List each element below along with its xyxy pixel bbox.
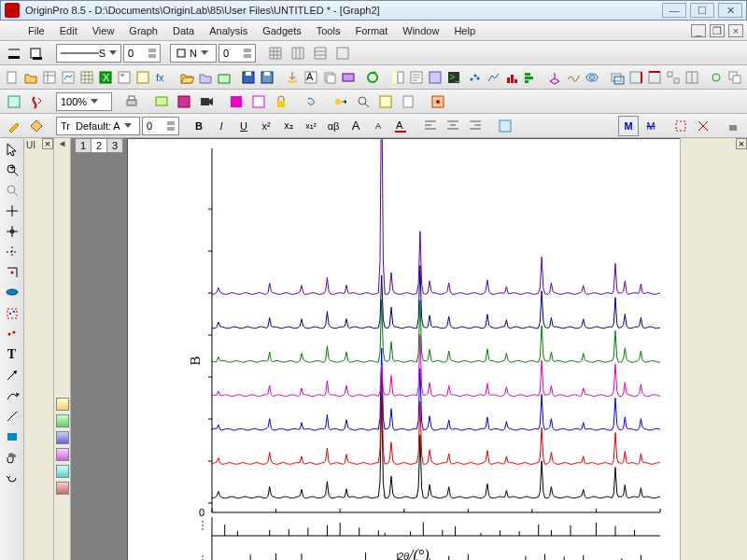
draw-data-tool[interactable] xyxy=(2,284,22,302)
superscript-button[interactable]: x² xyxy=(256,116,276,136)
right-panel-close-icon[interactable]: × xyxy=(736,138,747,149)
align-right-button[interactable] xyxy=(465,116,486,136)
underline-button[interactable]: U xyxy=(233,116,254,136)
line-width-stepper[interactable]: 0 xyxy=(123,44,161,63)
add-right-y-button[interactable] xyxy=(627,67,644,88)
duplicate-button[interactable] xyxy=(726,67,743,88)
close-button[interactable]: ✕ xyxy=(718,3,742,18)
code-builder-button[interactable] xyxy=(427,67,444,88)
mask-mode-button[interactable]: M xyxy=(618,116,639,136)
explorer-button[interactable] xyxy=(389,67,406,88)
new-workbook-button[interactable] xyxy=(41,67,58,88)
layer-tab-1[interactable]: 1 xyxy=(75,138,92,153)
menu-view[interactable]: View xyxy=(85,23,122,38)
maximize-button[interactable]: ☐ xyxy=(690,3,714,18)
open-template-button[interactable] xyxy=(197,67,214,88)
panel-close-icon[interactable]: × xyxy=(42,138,53,149)
import-ascii-button[interactable]: A xyxy=(303,67,319,88)
menu-analysis[interactable]: Analysis xyxy=(202,23,255,38)
rescale-tool[interactable] xyxy=(2,202,22,220)
region-tool[interactable] xyxy=(2,304,22,323)
transfer-button[interactable] xyxy=(331,91,351,112)
refresh-button[interactable] xyxy=(708,67,725,88)
menu-file[interactable]: File xyxy=(21,23,52,38)
palette-3[interactable] xyxy=(56,431,69,444)
menu-gadgets[interactable]: Gadgets xyxy=(255,23,309,38)
pointer-tool[interactable] xyxy=(2,140,22,159)
scatter-plot-button[interactable] xyxy=(466,67,483,88)
tool2-icon[interactable] xyxy=(26,116,47,136)
3d-plot-button[interactable] xyxy=(546,67,563,88)
data-selector-tool[interactable] xyxy=(2,263,22,282)
palette-5[interactable] xyxy=(56,465,69,478)
align-center-button[interactable] xyxy=(443,116,463,136)
new-matrix-button[interactable] xyxy=(78,67,95,88)
font-increase-button[interactable]: A xyxy=(345,116,366,136)
recalc-button[interactable] xyxy=(364,67,381,88)
palette-4[interactable] xyxy=(56,448,69,461)
fill-color-button[interactable] xyxy=(26,43,47,63)
zoom-select[interactable]: 100% xyxy=(56,92,112,111)
line-color-button[interactable] xyxy=(4,43,24,63)
save-template-button[interactable] xyxy=(259,67,275,88)
menu-window[interactable]: Window xyxy=(395,23,446,38)
screen-reader-tool[interactable] xyxy=(2,222,22,241)
project-explorer-icon[interactable] xyxy=(4,91,24,112)
plot-area[interactable]: 10203040506070800 xyxy=(127,138,687,560)
surface-button[interactable] xyxy=(565,67,582,88)
command-window-button[interactable]: >_ xyxy=(445,67,462,88)
open-excel-button[interactable] xyxy=(216,67,233,88)
import-wizard-button[interactable] xyxy=(284,67,301,88)
mask-button[interactable] xyxy=(226,91,247,112)
results-log-button[interactable] xyxy=(408,67,425,88)
grid3-icon[interactable] xyxy=(310,43,331,63)
find-button[interactable] xyxy=(353,91,374,112)
menu-edit[interactable]: Edit xyxy=(52,23,85,38)
text-tool[interactable]: T xyxy=(2,345,22,364)
line-style-select[interactable]: S xyxy=(56,44,121,63)
line-plot-button[interactable] xyxy=(485,67,501,88)
digitize-button[interactable] xyxy=(428,91,448,112)
font-select[interactable]: TrDefault: A xyxy=(56,117,140,135)
new-project-button[interactable] xyxy=(4,67,21,88)
marker-select[interactable]: N xyxy=(170,44,217,63)
new-excel-button[interactable]: X xyxy=(97,67,114,88)
mask-points-tool[interactable] xyxy=(2,325,22,343)
save-button[interactable] xyxy=(240,67,257,88)
extract-layers-button[interactable] xyxy=(665,67,682,88)
add-top-x-button[interactable] xyxy=(646,67,663,88)
bold-button[interactable]: B xyxy=(189,116,209,136)
zoom-in-tool[interactable]: + xyxy=(2,161,22,179)
layer-tab-2[interactable]: 2 xyxy=(91,138,107,153)
layer-tab-3[interactable]: 3 xyxy=(106,138,123,153)
tool1-icon[interactable] xyxy=(4,116,24,136)
grid4-icon[interactable] xyxy=(332,43,353,63)
new-notes-button[interactable] xyxy=(134,67,151,88)
menu-data[interactable]: Data xyxy=(165,23,202,38)
lock-button[interactable] xyxy=(271,91,291,112)
supersub-button[interactable]: x₁² xyxy=(301,116,321,136)
symbol-map-button[interactable] xyxy=(495,116,515,136)
print-button[interactable] xyxy=(121,91,142,112)
mdi-close-button[interactable]: × xyxy=(728,24,743,37)
mdi-minimize-button[interactable]: _ xyxy=(691,24,706,37)
bar-plot-button[interactable] xyxy=(503,67,520,88)
grid-icon[interactable] xyxy=(265,43,286,63)
new-folder-button[interactable] xyxy=(22,67,39,88)
align-left-button[interactable] xyxy=(420,116,441,136)
line-tool[interactable] xyxy=(2,407,22,426)
export-ppt-button[interactable] xyxy=(174,91,194,112)
menu-help[interactable]: Help xyxy=(446,23,483,38)
link-button[interactable] xyxy=(301,91,321,112)
greek-button[interactable]: αβ xyxy=(323,116,344,136)
menu-format[interactable]: Format xyxy=(347,23,395,38)
grid2-icon[interactable] xyxy=(288,43,308,63)
unmask-button[interactable] xyxy=(248,91,269,112)
font-decrease-button[interactable]: A xyxy=(368,116,388,136)
unmask-mode-button[interactable]: M xyxy=(641,116,661,136)
mdi-restore-button[interactable]: ❐ xyxy=(710,24,725,37)
workbook-organizer-button[interactable] xyxy=(375,91,396,112)
scroll-left-icon[interactable]: ◄ xyxy=(58,138,67,148)
new-layout-button[interactable] xyxy=(116,67,133,88)
run-script-button[interactable] xyxy=(26,91,47,112)
